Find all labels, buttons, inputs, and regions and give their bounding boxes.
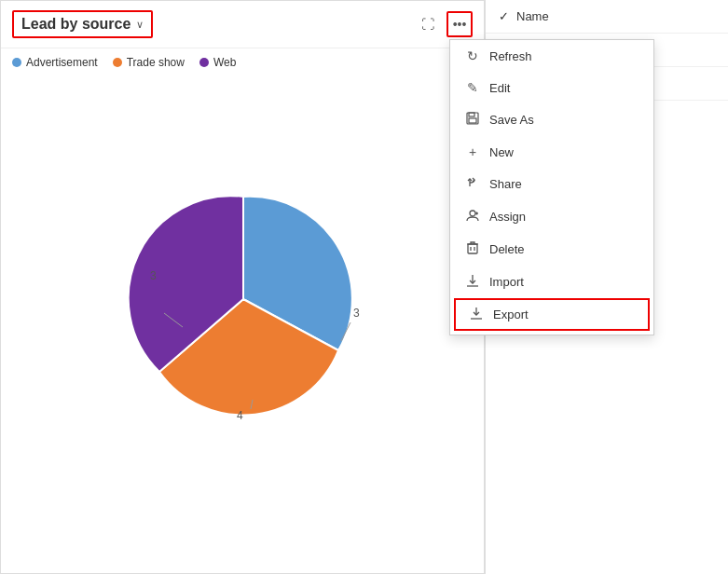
dropdown-menu: ↻ Refresh ✎ Edit Save As + New Share xyxy=(449,39,654,335)
title-area[interactable]: Lead by source ∨ xyxy=(12,10,153,38)
menu-item-assign[interactable]: Assign xyxy=(450,200,653,233)
pie-label-3-right: 3 xyxy=(353,307,360,320)
menu-item-import[interactable]: Import xyxy=(450,266,653,298)
save-as-icon xyxy=(465,112,480,128)
pie-label-3-left: 3 xyxy=(150,269,157,282)
more-icon: ••• xyxy=(453,17,467,32)
menu-item-new[interactable]: + New xyxy=(450,136,653,168)
import-icon xyxy=(465,274,480,290)
legend-item-advertisement: Advertisement xyxy=(12,56,98,69)
refresh-icon: ↻ xyxy=(465,48,480,63)
svg-point-6 xyxy=(470,211,475,216)
pie-chart-container: 3 3 4 xyxy=(113,169,374,432)
legend-dot-advertisement xyxy=(12,58,21,67)
right-panel-header: ✓ Name xyxy=(486,0,728,34)
menu-label-new: New xyxy=(489,145,514,159)
legend-dot-web xyxy=(199,58,209,67)
new-icon: + xyxy=(465,144,480,159)
menu-label-delete: Delete xyxy=(489,242,525,256)
menu-label-save-as: Save As xyxy=(489,113,534,127)
svg-rect-5 xyxy=(469,118,476,123)
menu-label-export: Export xyxy=(493,308,529,321)
assign-icon xyxy=(465,209,480,225)
more-options-button[interactable]: ••• xyxy=(446,11,473,37)
legend-label-web: Web xyxy=(213,56,236,69)
export-icon xyxy=(469,307,484,322)
expand-button[interactable]: ⛶ xyxy=(415,11,441,37)
menu-item-export[interactable]: Export xyxy=(454,298,650,331)
menu-label-import: Import xyxy=(489,275,524,289)
chart-legend: Advertisement Trade show Web xyxy=(1,48,484,76)
menu-label-assign: Assign xyxy=(489,210,526,224)
menu-item-delete[interactable]: Delete xyxy=(450,233,653,266)
svg-rect-4 xyxy=(469,113,474,116)
delete-icon xyxy=(465,241,480,257)
menu-label-refresh: Refresh xyxy=(489,49,532,63)
column-name: Name xyxy=(516,9,549,23)
menu-label-share: Share xyxy=(489,177,522,191)
pie-chart xyxy=(113,169,374,430)
header-actions: ⛶ ••• xyxy=(415,11,473,37)
menu-item-refresh[interactable]: ↻ Refresh xyxy=(450,40,653,72)
expand-icon: ⛶ xyxy=(421,17,434,32)
share-icon xyxy=(465,176,480,192)
menu-item-edit[interactable]: ✎ Edit xyxy=(450,72,653,103)
chevron-down-icon: ∨ xyxy=(136,19,144,31)
menu-item-share[interactable]: Share xyxy=(450,168,653,200)
pie-label-4-bottom: 4 xyxy=(237,409,243,422)
legend-item-tradeshow: Trade show xyxy=(113,56,185,69)
legend-item-web: Web xyxy=(199,56,236,69)
panel-title: Lead by source xyxy=(21,16,130,33)
svg-rect-9 xyxy=(468,244,477,253)
legend-label-advertisement: Advertisement xyxy=(26,56,98,69)
menu-label-edit: Edit xyxy=(489,81,510,95)
panel-header: Lead by source ∨ ⛶ ••• xyxy=(1,1,484,48)
main-panel: Lead by source ∨ ⛶ ••• Advertisement Tra… xyxy=(0,0,485,574)
legend-dot-tradeshow xyxy=(113,58,122,67)
legend-label-tradeshow: Trade show xyxy=(127,56,185,69)
check-icon: ✓ xyxy=(499,9,509,23)
menu-item-save-as[interactable]: Save As xyxy=(450,103,653,136)
edit-icon: ✎ xyxy=(465,80,480,95)
chart-area: 3 3 4 xyxy=(1,76,486,524)
